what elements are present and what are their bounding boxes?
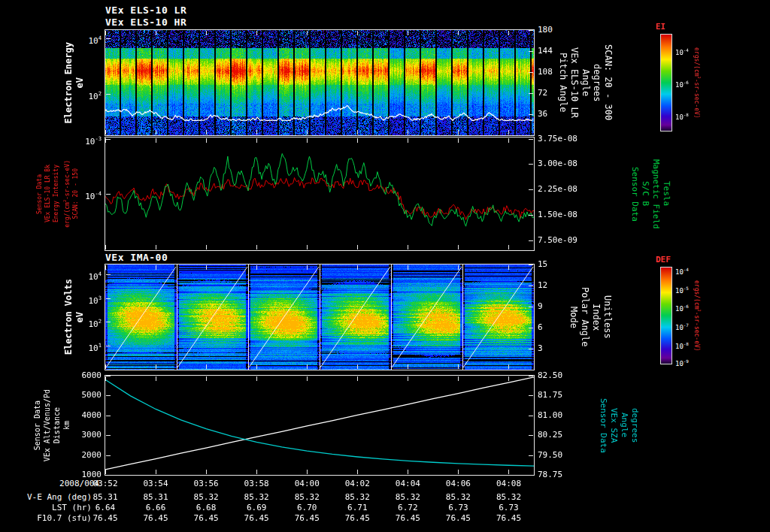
axis-tick-label: 10-9 [675,357,689,368]
axis-tick-label: 6 [538,323,543,332]
tick-mark [458,364,459,369]
axis-label-line: degrees [592,64,602,102]
tick-mark [206,364,207,369]
intensity-bfield-line-canvas [105,138,534,250]
axis-tick-label: 10-6 [675,78,689,89]
time-tick-label: 04:04 [388,479,427,488]
tick-mark [206,130,207,135]
table-cell-value: 85.32 [335,493,380,502]
tick-mark [206,265,207,270]
tick-mark [508,245,509,249]
table-cell-value: 76.45 [435,514,480,523]
tick-mark [256,470,257,474]
tick-mark [106,376,111,376]
tick-mark [106,416,111,416]
axis-label-line: Unitless [602,295,613,339]
table-cell-value: 85.32 [435,493,480,502]
tick-mark [357,470,358,474]
axis-label-line: Distance [53,407,62,443]
axis-label-line: VEx ELS-10 LR Bk [44,165,52,222]
tick-mark [156,265,156,270]
table-row-label: F10.7 (sfu) [0,514,92,523]
tick-mark [408,265,408,270]
left-axis-label-stack-p1: Electron EnergyeV [63,30,85,135]
tick-mark [307,130,308,135]
table-cell-value: 6.70 [284,503,329,512]
axis-tick-label: 10-8 [675,110,689,122]
table-cell-value: 85.31 [133,493,178,502]
time-tick-label: 04:06 [438,479,477,488]
tick-mark [529,376,533,376]
tick-mark [458,130,459,135]
tick-mark [307,364,308,369]
table-cell-value: 6.66 [133,503,178,512]
axis-label-line: Electron Volts [63,279,74,355]
left-axis-label-stack-p4: Sensor DataVEx Alt/Venus/PdDistancekm [33,376,71,475]
axis-tick-label: 81.75 [538,391,562,400]
tick-mark [106,38,111,39]
tick-mark [307,31,308,35]
tick-mark [156,376,156,381]
axis-label-line: Sensor Data [33,401,42,450]
axis-tick-label: 3.75e-08 [538,135,578,144]
axis-tick-label: 82.50 [538,371,562,380]
tick-mark [307,376,308,381]
table-cell-value: 76.45 [284,514,329,523]
table-cell-value: 6.72 [385,503,430,512]
axis-tick-label: 72 [538,89,547,98]
tick-mark [529,264,533,265]
table-cell-value: 6.73 [435,503,480,512]
table-cell-value: 85.31 [83,493,128,502]
tick-mark [105,245,106,249]
time-tick-label: 04:08 [489,479,528,488]
tick-mark [105,265,106,270]
tick-mark [408,470,408,474]
tick-mark [357,130,358,135]
tick-mark [256,364,257,369]
right-axis-label-stack-p4: Sensor DataVEx SZAAngledegrees [599,376,640,475]
axis-tick-label: 15 [538,260,547,269]
axis-label-line: eV [74,77,85,88]
tick-mark [256,245,257,249]
tick-mark [408,364,408,369]
left-axis-label-stack-p3: Electron VoltseV [63,264,85,370]
axis-tick-label: 2.25e-08 [538,185,578,194]
tick-mark [206,245,207,249]
tick-mark [529,72,533,73]
axis-label-line: Electron Energy [63,42,74,123]
tick-mark [156,130,156,135]
tick-mark [106,322,111,322]
axis-tick-label: 79.50 [538,451,562,460]
table-cell-value: 6.69 [234,503,279,512]
colorbar-title-p1: EI [656,22,665,32]
tick-mark [408,245,408,249]
tick-mark [156,470,156,474]
panel3-title: VEx IMA-00 [105,252,168,263]
tick-mark [106,139,111,140]
axis-tick-label: 36 [538,110,547,119]
tick-mark [529,455,533,456]
axis-label-line: Index [591,304,602,331]
table-cell-value: 85.32 [385,493,430,502]
axis-label-line: Sensor Data [630,167,640,222]
table-cell-value: 76.45 [486,514,531,523]
axis-label-line: Energy Intensity [53,165,60,222]
axis-label-line: erg/(cm2-sr-sec-eV) [61,160,71,228]
table-cell-value: 76.45 [234,514,279,523]
vex-plot-screen: VEx ELS-10 LR VEx ELS-10 HR VEx IMA-00 2… [0,0,770,532]
tick-mark [458,470,459,474]
tick-mark [256,130,257,135]
tick-mark [357,265,358,270]
altitude-sza-line-canvas [105,376,534,475]
axis-tick-label: 7.50e-09 [538,236,578,245]
tick-mark [529,416,533,416]
tick-mark [458,245,459,249]
tick-mark [307,138,308,143]
table-row-label: LST (hr) [0,503,92,512]
colorbar-units-label: ergs/(cm2-sr-sec-eV) [693,280,702,352]
axis-label-line: Magnetic Field [651,159,661,229]
axis-tick-label: 10-5 [675,284,689,295]
tick-mark [529,164,533,165]
table-cell-value: 6.64 [83,503,128,512]
axis-tick-label: 3 [538,344,543,353]
